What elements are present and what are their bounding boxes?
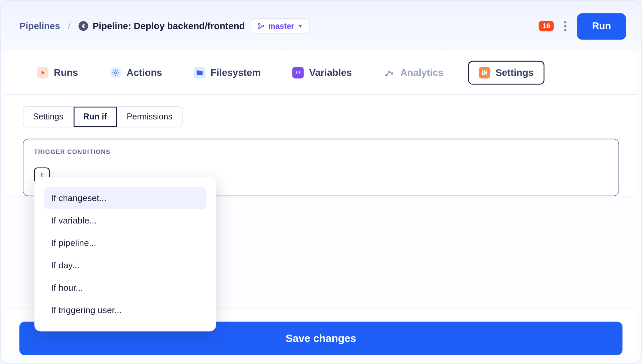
tab-settings[interactable]: Settings (468, 61, 545, 85)
branch-icon (258, 22, 265, 29)
header: Pipelines / Pipeline: Deploy backend/fro… (1, 1, 641, 51)
dropdown-item-variable[interactable]: If variable... (44, 209, 207, 232)
dropdown-item-changeset[interactable]: If changeset... (44, 187, 207, 209)
tab-filesystem-label: Filesystem (211, 67, 261, 78)
branch-selector[interactable]: master ▼ (251, 18, 310, 34)
tab-runs-label: Runs (54, 67, 78, 78)
runs-icon (37, 67, 49, 78)
chevron-down-icon: ▼ (298, 23, 303, 29)
tab-settings-label: Settings (495, 67, 534, 78)
dropdown-item-hour[interactable]: If hour... (44, 277, 207, 299)
svg-point-6 (389, 71, 390, 73)
panel-title: TRIGGER CONDITIONS (34, 148, 608, 155)
dropdown-item-triggering-user[interactable]: If triggering user... (44, 299, 207, 322)
run-button[interactable]: Run (577, 13, 626, 39)
more-menu-button[interactable] (560, 16, 571, 35)
app-frame: Pipelines / Pipeline: Deploy backend/fro… (0, 0, 642, 364)
variables-icon (293, 67, 304, 78)
breadcrumb: Pipelines / Pipeline: Deploy backend/fro… (19, 21, 245, 31)
svg-point-4 (114, 72, 116, 74)
actions-icon (110, 67, 121, 78)
svg-point-5 (386, 74, 387, 76)
tab-analytics-label: Analytics (400, 67, 444, 78)
breadcrumb-separator: / (68, 21, 71, 31)
condition-dropdown: If changeset... If variable... If pipeli… (34, 177, 216, 331)
sub-tab-permissions[interactable]: Permissions (117, 107, 182, 127)
filesystem-icon (194, 67, 205, 78)
tab-actions[interactable]: Actions (103, 63, 169, 83)
page-title-wrap: Pipeline: Deploy backend/frontend (78, 21, 245, 31)
tab-runs[interactable]: Runs (30, 63, 85, 83)
sub-tabs: Settings Run if Permissions (23, 106, 182, 127)
notifications-badge[interactable]: 16 (539, 21, 554, 31)
dropdown-item-day[interactable]: If day... (44, 254, 207, 277)
svg-point-1 (258, 27, 260, 28)
page-title: Pipeline: Deploy backend/frontend (93, 21, 245, 31)
svg-point-0 (258, 23, 260, 25)
breadcrumb-root[interactable]: Pipelines (19, 21, 60, 31)
sub-tab-run-if[interactable]: Run if (73, 107, 117, 127)
svg-point-10 (486, 72, 487, 74)
main-tabs: Runs Actions Filesystem Variables (4, 51, 637, 94)
analytics-icon (384, 67, 395, 78)
tab-actions-label: Actions (127, 67, 162, 78)
branch-label: master (268, 21, 294, 31)
tab-analytics[interactable]: Analytics (377, 63, 451, 83)
tab-variables[interactable]: Variables (286, 63, 359, 83)
dropdown-item-pipeline[interactable]: If pipeline... (44, 232, 207, 254)
tab-filesystem[interactable]: Filesystem (187, 63, 268, 83)
settings-icon (479, 67, 490, 78)
svg-point-9 (484, 71, 485, 72)
svg-point-8 (482, 73, 483, 75)
svg-marker-3 (42, 71, 45, 75)
sub-tab-settings[interactable]: Settings (23, 107, 74, 127)
main-card: Runs Actions Filesystem Variables (4, 51, 637, 196)
pipeline-icon (78, 21, 88, 31)
tab-variables-label: Variables (309, 67, 352, 78)
